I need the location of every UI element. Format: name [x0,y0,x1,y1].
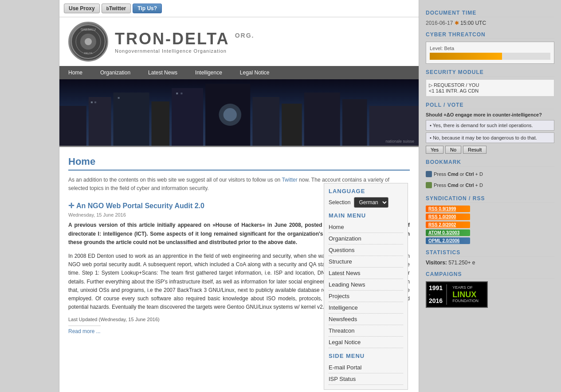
nav-legal-notice[interactable]: Legal Notice [231,66,279,79]
document-time-label: DOCUMENT TIME [426,10,554,17]
svg-text:GAB3WLU: GAB3WLU [81,28,96,31]
hero-credit: nationale suisse [385,139,414,144]
logo-icon: GAB3WLU DELTA [68,22,108,62]
poll-option-no[interactable]: No, because it may be too dangerous to d… [426,132,554,143]
threatcon-bar-fill [430,53,502,60]
read-more-link[interactable]: Read more ... [68,326,101,334]
bookmark-row-2: Press Cmd or Ctrl + D [426,180,554,190]
twitter-link[interactable]: Twitter [282,177,297,183]
side-menu-email[interactable]: E-mail Portal [329,362,403,373]
menu-intelligence[interactable]: Intelligence [329,302,403,314]
language-row: Selection German [329,197,403,208]
security-line2: <1 1&1 INTR. AG CDN [429,88,551,93]
svg-rect-13 [252,97,279,146]
svg-rect-23 [176,93,178,94]
bookmark-text-1: Press Cmd or Ctrl + D [434,169,483,179]
svg-point-19 [224,108,237,121]
navigation: Home Organization Latest News Intelligen… [59,66,419,79]
security-line1: ▷ REQUESTOR / YOU [429,82,551,88]
nav-intelligence[interactable]: Intelligence [186,66,231,79]
nav-latest-news[interactable]: Latest News [139,66,186,79]
svg-rect-22 [118,97,120,99]
logo-text: TRON-DELTA ORG. Nongovernmental Intellig… [108,30,254,54]
tip-button[interactable]: Tip Us? [133,4,162,13]
svg-rect-24 [180,93,182,94]
menu-structure[interactable]: Structure [329,256,403,268]
campaigns-label: CAMPAIGNS [426,271,554,279]
menu-home[interactable]: Home [329,221,403,233]
bookmark-items: Press Cmd or Ctrl + D Press Cmd or Ctrl … [426,169,554,190]
threatcon-level-label: Level: Beta [430,46,550,51]
poll-option-yes[interactable]: Yes, there is demand for such intel oper… [426,120,554,131]
svg-rect-7 [59,106,86,146]
poll-question: Should +ΔO engage more in counter-intell… [426,112,554,117]
nav-organization[interactable]: Organization [91,66,139,79]
main-menu-label: MAIN MENU [329,212,403,219]
nav-home[interactable]: Home [59,66,91,79]
poll-yes-button[interactable]: Yes [426,146,443,154]
side-menu-label: SIDE MENU [329,353,403,359]
campaign-number: 1991 - 2016 [429,284,447,305]
middle-section: LANGUAGE Selection German MAIN MENU Home… [324,183,408,390]
bookmark-text-2: Press Cmd or Ctrl + D [434,180,483,190]
svg-rect-9 [114,93,149,146]
logo-tagline: Nongovernmental Intelligence Organizatio… [115,48,254,54]
menu-leading-news[interactable]: Leading News [329,279,403,291]
menu-legal-notice[interactable]: Legal Notice [329,337,403,348]
doc-date: 2016-06-17 [426,20,453,26]
doc-star: ✱ [455,20,459,26]
logo-title: TRON-DELTA ORG. [115,30,254,48]
document-time: 2016-06-17 ✱ 15:00 UTC [426,20,554,26]
page-title: Home [68,156,410,171]
campaign-box: 1991 - 2016 YEARS OF LINUX FOUNDATION [426,281,488,308]
opml-badge[interactable]: OPML 2.0/2006 [426,237,470,244]
language-label: LANGUAGE [329,188,403,194]
threatcon-box: Level: Beta [426,42,554,64]
rss-1-0-badge[interactable]: RSS 1.0/2000 [426,213,470,220]
rss-2-0-badge[interactable]: RSS 2.0/2002 [426,221,470,228]
header-buttons: Use Proxy Twitter Tip Us? [64,4,162,13]
statistics-label: STATISTICS [426,249,554,257]
menu-latest-news[interactable]: Latest News [329,268,403,279]
right-sidebar: DOCUMENT TIME 2016-06-17 ✱ 15:00 UTC CYB… [419,0,561,392]
svg-rect-16 [342,99,367,146]
menu-newsfeeds[interactable]: Newsfeeds [329,314,403,325]
cyber-threatcon-label: CYBER THREATCON [426,31,554,39]
visitors-label: Visitors: [426,260,447,266]
twitter-button[interactable]: Twitter [102,4,131,13]
menu-questions[interactable]: Questions [329,245,403,256]
language-select[interactable]: German [354,197,388,208]
side-menu-isp[interactable]: ISP Status [329,373,403,385]
campaign-text: YEARS OF LINUX FOUNDATION [451,285,479,303]
poll-buttons: Yes No Result [426,146,554,154]
selection-label: Selection [329,199,350,206]
statistics-text: Visitors: 571.250+ e [426,260,554,266]
menu-projects[interactable]: Projects [329,291,403,302]
svg-rect-21 [94,101,96,103]
logo-area: GAB3WLU DELTA TRON-DELTA ORG. Nongovernm… [59,17,419,66]
security-box: ▷ REQUESTOR / YOU <1 1&1 INTR. AG CDN [426,79,554,97]
poll-label: POLL / VOTE [426,102,554,109]
svg-rect-15 [304,93,340,146]
svg-rect-14 [282,104,302,146]
atom-badge[interactable]: ATOM 0.3/2003 [426,229,470,236]
cross-icon: ✛ [68,202,74,210]
poll-result-button[interactable]: Result [463,146,486,154]
poll-no-button[interactable]: No [445,146,461,154]
threatcon-bar-bg [430,53,550,60]
menu-threatcon[interactable]: Threatcon [329,325,403,337]
use-proxy-button[interactable]: Use Proxy [64,4,100,13]
svg-rect-11 [172,88,203,146]
syndication-label: SYNDICATION / RSS [426,195,554,203]
header: Use Proxy Twitter Tip Us? [59,0,419,17]
visitors-value: 571.250+ e [448,260,475,266]
svg-rect-8 [89,97,111,146]
rss-0-9-badge[interactable]: RSS 0.9/1999 [426,206,470,212]
menu-organization[interactable]: Organization [329,233,403,245]
security-module-label: SECURITY MODULE [426,69,554,77]
bookmark-label: BOOKMARK [426,159,554,167]
svg-text:DELTA: DELTA [84,52,92,54]
doc-time-val: 15:00 UTC [460,20,486,26]
bookmark-star-icon [426,182,432,188]
svg-point-3 [85,38,92,45]
